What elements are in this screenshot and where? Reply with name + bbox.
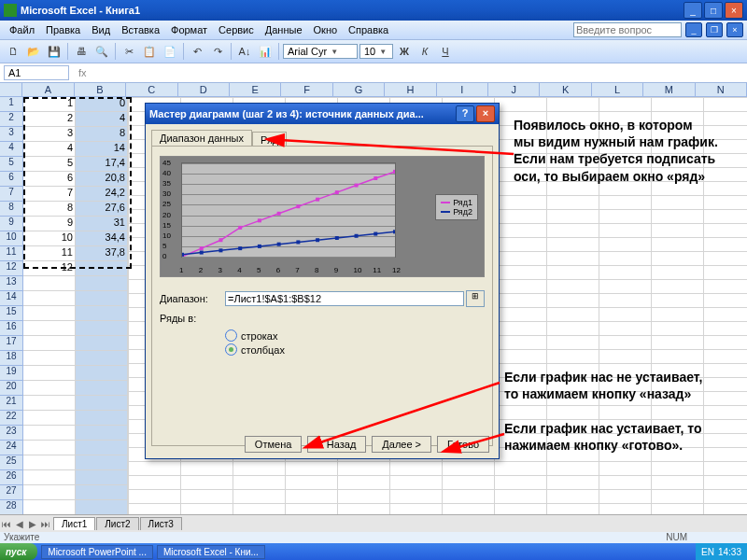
menu-edit[interactable]: Правка xyxy=(40,22,86,37)
font-size-box[interactable]: 10▼ xyxy=(359,44,393,59)
minimize-button[interactable]: _ xyxy=(684,2,702,19)
cell[interactable] xyxy=(23,441,76,455)
cell[interactable] xyxy=(76,500,128,515)
menu-file[interactable]: Файл xyxy=(4,22,40,37)
open-icon[interactable]: 📂 xyxy=(24,42,43,61)
col-header[interactable]: N xyxy=(696,83,747,96)
row-header[interactable]: 10 xyxy=(0,231,23,246)
cell[interactable] xyxy=(76,306,128,321)
cell[interactable] xyxy=(76,396,128,411)
sheet-tab-3[interactable]: Лист3 xyxy=(140,517,182,530)
bold-button[interactable]: Ж xyxy=(395,42,414,61)
col-header[interactable]: I xyxy=(437,83,488,96)
row-header[interactable]: 25 xyxy=(0,455,23,470)
cell[interactable] xyxy=(76,351,128,366)
underline-button[interactable]: Ч xyxy=(436,42,455,61)
row-header[interactable]: 2 xyxy=(0,112,23,127)
radio-columns[interactable]: столбцах xyxy=(225,343,485,356)
row-header[interactable]: 26 xyxy=(0,470,23,485)
cell[interactable] xyxy=(23,470,76,485)
cell[interactable] xyxy=(23,411,76,426)
doc-close-button[interactable]: × xyxy=(726,22,743,37)
menu-window[interactable]: Окно xyxy=(308,22,344,37)
menu-insert[interactable]: Вставка xyxy=(116,22,165,37)
font-name-box[interactable]: Arial Cyr▼ xyxy=(283,44,358,59)
cell[interactable] xyxy=(76,321,128,336)
cell[interactable] xyxy=(76,336,128,351)
chart-icon[interactable]: 📊 xyxy=(256,42,275,61)
tab-nav-first[interactable]: ⏮ xyxy=(0,519,13,529)
cell[interactable] xyxy=(23,366,76,381)
dialog-close-button[interactable]: × xyxy=(476,105,495,122)
row-header[interactable]: 13 xyxy=(0,276,23,291)
cell[interactable] xyxy=(23,321,76,336)
row-header[interactable]: 24 xyxy=(0,441,23,455)
name-box[interactable]: A1 xyxy=(4,65,69,80)
cell[interactable] xyxy=(23,396,76,411)
cut-icon[interactable]: ✂ xyxy=(120,42,138,61)
col-header[interactable]: E xyxy=(230,83,281,96)
undo-icon[interactable]: ↶ xyxy=(188,42,206,61)
cell[interactable] xyxy=(23,351,76,366)
sort-icon[interactable]: A↓ xyxy=(235,42,254,61)
row-header[interactable]: 3 xyxy=(0,127,23,142)
cell[interactable] xyxy=(23,485,76,500)
row-header[interactable]: 16 xyxy=(0,321,23,336)
cell[interactable] xyxy=(76,485,128,500)
dialog-help-button[interactable]: ? xyxy=(456,105,474,122)
col-header[interactable]: B xyxy=(75,83,126,96)
col-header[interactable]: G xyxy=(333,83,385,96)
row-header[interactable]: 6 xyxy=(0,172,23,187)
cell[interactable] xyxy=(76,291,128,306)
cell[interactable] xyxy=(23,306,76,321)
row-header[interactable]: 23 xyxy=(0,426,23,441)
col-header[interactable]: A xyxy=(22,83,74,96)
cell[interactable] xyxy=(23,336,76,351)
row-header[interactable]: 15 xyxy=(0,306,23,321)
copy-icon[interactable]: 📋 xyxy=(140,42,159,61)
col-header[interactable]: M xyxy=(643,83,695,96)
col-header[interactable]: J xyxy=(488,83,540,96)
italic-button[interactable]: К xyxy=(416,42,434,61)
cell[interactable] xyxy=(23,426,76,441)
doc-minimize-button[interactable]: _ xyxy=(685,22,702,37)
tab-nav-prev[interactable]: ◀ xyxy=(13,519,26,529)
ask-question-input[interactable] xyxy=(573,22,682,37)
row-header[interactable]: 9 xyxy=(0,217,23,231)
cell[interactable] xyxy=(76,470,128,485)
menu-view[interactable]: Вид xyxy=(86,22,116,37)
start-button[interactable]: пуск xyxy=(0,543,37,560)
fx-icon[interactable]: fx xyxy=(78,67,87,78)
row-header[interactable]: 12 xyxy=(0,261,23,276)
row-header[interactable]: 17 xyxy=(0,336,23,351)
task-powerpoint[interactable]: Microsoft PowerPoint ... xyxy=(41,545,153,559)
cell[interactable] xyxy=(23,455,76,470)
row-header[interactable]: 27 xyxy=(0,485,23,500)
tab-nav-last[interactable]: ⏭ xyxy=(39,519,52,529)
cancel-button[interactable]: Отмена xyxy=(245,436,302,453)
select-all-corner[interactable] xyxy=(0,83,22,96)
task-excel[interactable]: Microsoft Excel - Кни... xyxy=(157,545,265,559)
sheet-tab-2[interactable]: Лист2 xyxy=(96,517,138,530)
doc-restore-button[interactable]: ❐ xyxy=(706,22,723,37)
new-icon[interactable]: 🗋 xyxy=(4,42,22,61)
tab-data-range[interactable]: Диапазон данных xyxy=(151,130,252,146)
row-header[interactable]: 7 xyxy=(0,187,23,202)
col-header[interactable]: H xyxy=(385,83,436,96)
tab-nav-next[interactable]: ▶ xyxy=(26,519,39,529)
row-header[interactable]: 22 xyxy=(0,411,23,426)
row-header[interactable]: 11 xyxy=(0,246,23,261)
close-button[interactable]: × xyxy=(725,2,743,19)
maximize-button[interactable]: □ xyxy=(704,2,723,19)
cell[interactable] xyxy=(23,381,76,396)
cell[interactable] xyxy=(76,381,128,396)
cell[interactable] xyxy=(76,426,128,441)
print-icon[interactable]: 🖶 xyxy=(72,42,91,61)
row-header[interactable]: 20 xyxy=(0,381,23,396)
menu-help[interactable]: Справка xyxy=(343,22,394,37)
cell[interactable] xyxy=(76,411,128,426)
row-header[interactable]: 28 xyxy=(0,500,23,515)
cell[interactable] xyxy=(23,276,76,291)
system-tray[interactable]: EN14:33 xyxy=(696,543,747,560)
row-header[interactable]: 8 xyxy=(0,202,23,217)
